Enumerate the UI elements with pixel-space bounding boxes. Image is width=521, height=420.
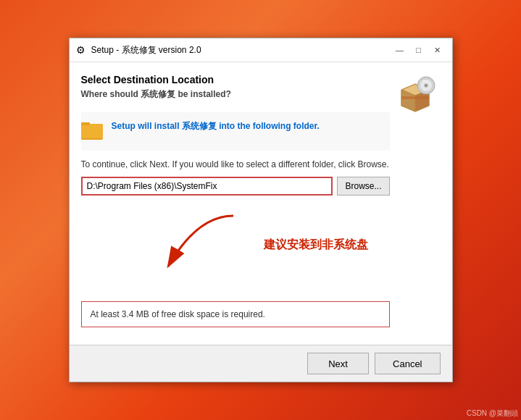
browse-button[interactable]: Browse...	[337, 177, 389, 196]
section-heading: Select Destination Location	[81, 74, 390, 85]
footer: Next Cancel	[70, 345, 452, 382]
package-icon	[394, 74, 436, 116]
next-button[interactable]: Next	[307, 353, 369, 374]
svg-point-12	[425, 85, 427, 87]
info-box: Setup will install 系统修复 into the followi…	[81, 112, 390, 151]
arrow-annotation-area: 建议安装到非系统盘	[81, 201, 390, 295]
setup-window: ⚙ Setup - 系统修复 version 2.0 — □ ✕ Select …	[69, 38, 453, 382]
window-title: Setup - 系统修复 version 2.0	[91, 44, 391, 56]
destination-path-input[interactable]	[81, 177, 333, 196]
info-text: Setup will install 系统修复 into the followi…	[112, 119, 320, 133]
recommendation-arrow	[125, 201, 270, 288]
window-controls: — □ ✕	[391, 43, 446, 57]
watermark-text: CSDN @菜翻頭	[467, 408, 518, 419]
folder-icon	[81, 119, 104, 143]
close-button[interactable]: ✕	[429, 43, 446, 57]
app-icon: ⚙	[75, 44, 87, 56]
main-content: Select Destination Location Where should…	[81, 74, 390, 333]
svg-rect-2	[81, 122, 90, 125]
svg-marker-8	[401, 96, 429, 99]
minimize-button[interactable]: —	[391, 43, 409, 57]
disk-space-box: At least 3.4 MB of free disk space is re…	[81, 301, 390, 327]
maximize-button[interactable]: □	[410, 43, 428, 57]
content-area: Select Destination Location Where should…	[70, 62, 452, 345]
cancel-button[interactable]: Cancel	[375, 353, 440, 374]
disk-space-text: At least 3.4 MB of free disk space is re…	[91, 309, 380, 319]
side-icon-area	[390, 74, 441, 333]
continue-instructions: To continue, click Next. If you would li…	[81, 159, 390, 169]
recommendation-text: 建议安装到非系统盘	[264, 238, 368, 253]
path-row: Browse...	[81, 177, 390, 196]
section-subheading: Where should 系统修复 be installed?	[81, 88, 390, 101]
svg-rect-1	[81, 124, 103, 138]
title-bar: ⚙ Setup - 系统修复 version 2.0 — □ ✕	[70, 38, 452, 62]
